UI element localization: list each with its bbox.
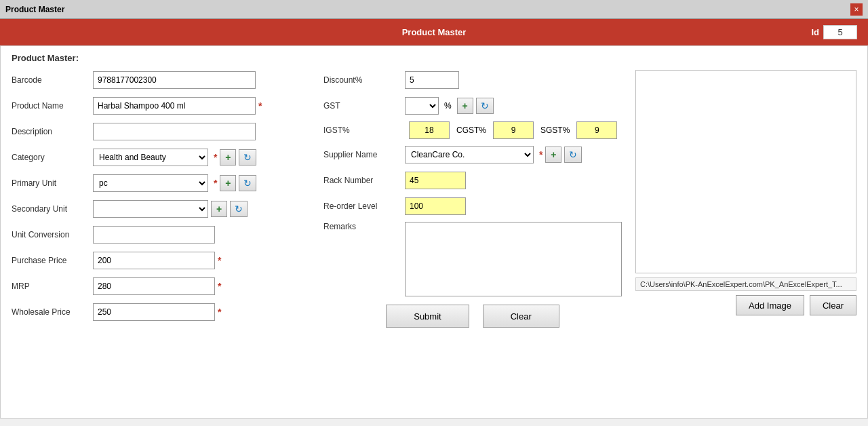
unit-conversion-label: Unit Conversion xyxy=(12,230,93,239)
primary-unit-required: * xyxy=(214,178,217,189)
mrp-row: MRP * xyxy=(12,276,310,296)
sgst-input[interactable] xyxy=(576,121,617,139)
reorder-row: Re-order Level xyxy=(323,196,622,216)
gst-select[interactable] xyxy=(405,97,439,115)
primary-unit-dropdown-row: pc * + ↻ xyxy=(93,174,256,192)
gst-refresh-button[interactable]: ↻ xyxy=(476,98,494,114)
form-section-title: Product Master: xyxy=(12,53,856,63)
sgst-label: SGST% xyxy=(540,125,570,135)
description-input[interactable] xyxy=(93,123,256,140)
primary-unit-row: Primary Unit pc * + ↻ xyxy=(12,173,310,193)
mrp-label: MRP xyxy=(12,282,93,291)
purchase-price-row: Purchase Price * xyxy=(12,250,310,271)
product-name-input[interactable] xyxy=(93,97,256,115)
category-required: * xyxy=(214,152,217,163)
main-header: Product Master Id xyxy=(0,19,868,45)
right-column: C:\Users\info\PK-AnExcelExpert.com\PK_An… xyxy=(635,70,856,328)
description-label: Description xyxy=(12,127,93,136)
purchase-price-label: Purchase Price xyxy=(12,256,93,265)
image-panel xyxy=(635,70,856,273)
secondary-unit-refresh-button[interactable]: ↻ xyxy=(230,201,248,217)
unit-conversion-input[interactable] xyxy=(93,226,215,244)
discount-row: Discount% xyxy=(323,70,622,90)
cgst-label: CGST% xyxy=(456,125,486,135)
left-column: Barcode Product Name * Description Categ… xyxy=(12,70,310,328)
supplier-row: Supplier Name CleanCare Co. * + ↻ xyxy=(323,144,622,165)
unit-conversion-row: Unit Conversion xyxy=(12,225,310,245)
category-dropdown-row: Health and Beauty * + ↻ xyxy=(93,149,256,166)
title-bar-text: Product Master xyxy=(5,5,64,14)
barcode-label: Barcode xyxy=(12,75,93,85)
add-image-button[interactable]: Add Image xyxy=(736,295,804,315)
supplier-required: * xyxy=(539,149,542,160)
bottom-buttons: Submit Clear xyxy=(323,305,622,328)
wholesale-price-required: * xyxy=(218,307,221,317)
product-name-required: * xyxy=(258,100,262,111)
supplier-label: Supplier Name xyxy=(323,150,405,159)
submit-button[interactable]: Submit xyxy=(386,305,469,328)
middle-column: Discount% GST % + ↻ IGST% CGST% xyxy=(323,70,622,328)
id-input[interactable] xyxy=(823,25,857,39)
title-bar: Product Master × xyxy=(0,0,868,19)
wholesale-price-label: Wholesale Price xyxy=(12,307,93,317)
primary-unit-add-button[interactable]: + xyxy=(220,175,236,191)
remarks-label: Remarks xyxy=(323,222,405,231)
id-label: Id xyxy=(811,27,819,37)
close-button[interactable]: × xyxy=(850,3,863,16)
category-select[interactable]: Health and Beauty xyxy=(93,149,208,166)
purchase-price-required: * xyxy=(218,255,221,266)
discount-input[interactable] xyxy=(405,71,459,89)
igst-row: IGST% CGST% SGST% xyxy=(323,121,622,139)
barcode-input[interactable] xyxy=(93,71,256,89)
reorder-label: Re-order Level xyxy=(323,201,405,211)
mrp-required: * xyxy=(218,281,221,292)
image-buttons: Add Image Clear xyxy=(635,295,856,315)
remarks-textarea[interactable] xyxy=(405,222,622,296)
category-row: Category Health and Beauty * + ↻ xyxy=(12,147,310,168)
description-row: Description xyxy=(12,121,310,142)
gst-row: GST % + ↻ xyxy=(323,96,622,116)
primary-unit-label: Primary Unit xyxy=(12,178,93,188)
gst-label: GST xyxy=(323,101,405,111)
category-add-button[interactable]: + xyxy=(220,149,236,166)
secondary-unit-label: Secondary Unit xyxy=(12,204,93,214)
mrp-input[interactable] xyxy=(93,277,215,295)
supplier-refresh-button[interactable]: ↻ xyxy=(564,147,582,163)
wholesale-price-input[interactable] xyxy=(93,303,215,321)
discount-label: Discount% xyxy=(323,75,405,85)
header-title: Product Master xyxy=(402,27,467,37)
rack-label: Rack Number xyxy=(323,176,405,185)
purchase-price-input[interactable] xyxy=(93,252,215,269)
igst-label: IGST% xyxy=(323,125,405,135)
secondary-unit-row: Secondary Unit + ↻ xyxy=(12,199,310,219)
form-container: Product Master: Barcode Product Name * D… xyxy=(0,45,868,419)
clear-button[interactable]: Clear xyxy=(483,305,559,328)
secondary-unit-select[interactable] xyxy=(93,200,208,218)
remarks-row: Remarks xyxy=(323,222,622,296)
secondary-unit-dropdown-row: + ↻ xyxy=(93,200,248,218)
category-refresh-button[interactable]: ↻ xyxy=(239,149,256,166)
primary-unit-select[interactable]: pc xyxy=(93,174,208,192)
product-name-row: Product Name * xyxy=(12,96,310,116)
category-label: Category xyxy=(12,153,93,162)
reorder-input[interactable] xyxy=(405,197,466,215)
supplier-dropdown-row: CleanCare Co. * + ↻ xyxy=(405,146,582,163)
image-path: C:\Users\info\PK-AnExcelExpert.com\PK_An… xyxy=(635,277,856,291)
supplier-select[interactable]: CleanCare Co. xyxy=(405,146,534,163)
gst-add-button[interactable]: + xyxy=(457,98,473,114)
gst-controls: % + ↻ xyxy=(405,97,494,115)
secondary-unit-add-button[interactable]: + xyxy=(211,201,227,217)
id-box: Id xyxy=(811,25,857,39)
rack-input[interactable] xyxy=(405,172,466,189)
supplier-add-button[interactable]: + xyxy=(545,147,561,163)
gst-percent-label: % xyxy=(444,101,452,111)
cgst-input[interactable] xyxy=(493,121,534,139)
barcode-row: Barcode xyxy=(12,70,310,90)
primary-unit-refresh-button[interactable]: ↻ xyxy=(239,175,256,191)
form-body: Barcode Product Name * Description Categ… xyxy=(12,70,856,328)
wholesale-price-row: Wholesale Price * xyxy=(12,302,310,322)
igst-input[interactable] xyxy=(409,121,450,139)
rack-row: Rack Number xyxy=(323,170,622,191)
product-name-label: Product Name xyxy=(12,101,93,111)
clear-image-button[interactable]: Clear xyxy=(810,295,856,315)
